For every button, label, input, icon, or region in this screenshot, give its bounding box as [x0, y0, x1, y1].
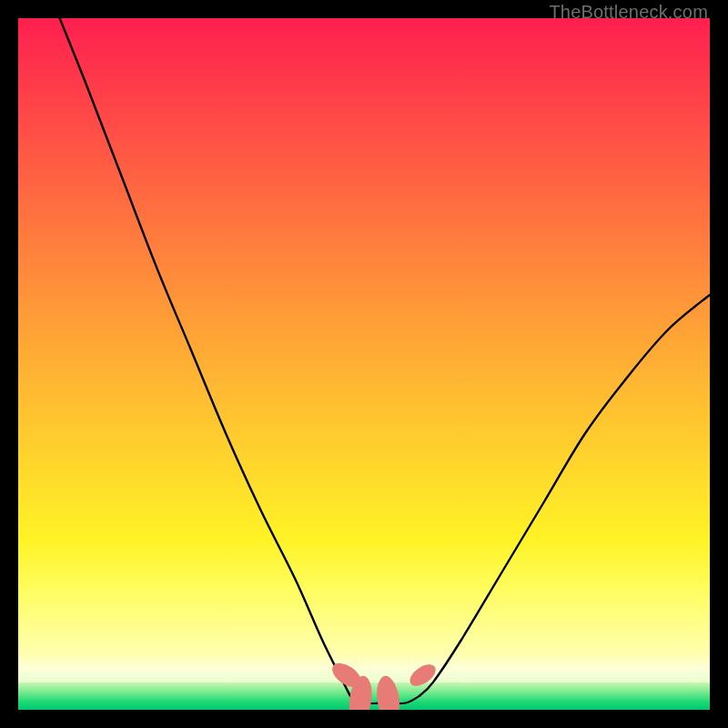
series-left-curve — [60, 18, 350, 696]
chart-svg — [18, 18, 710, 710]
chart-frame: TheBottleneck.com — [0, 0, 728, 728]
bottom-marker-2 — [374, 674, 402, 710]
curve-layer — [60, 18, 710, 703]
bottom-marker-3 — [406, 660, 440, 690]
series-right-curve — [420, 295, 710, 696]
plot-area — [18, 18, 710, 710]
marker-layer — [329, 658, 440, 710]
